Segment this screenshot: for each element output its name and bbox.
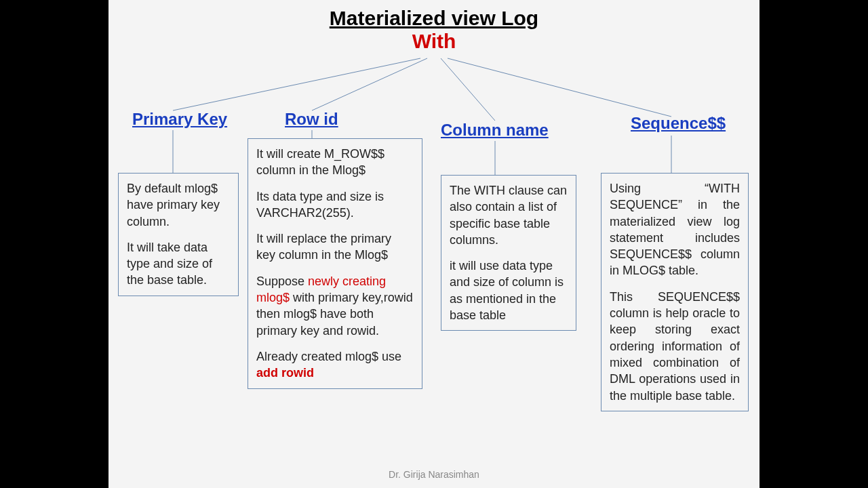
- rowid-p2: Its data type and size is VARCHAR2(255).: [256, 188, 414, 222]
- svg-line-1: [312, 58, 427, 110]
- col-p2: it will use data type and size of column…: [450, 258, 568, 323]
- pk-p1: By default mlog$ have primary key column…: [127, 180, 230, 230]
- rowid-p4: Suppose newly creating mlog$ with primar…: [256, 273, 414, 339]
- box-primary-key: By default mlog$ have primary key column…: [118, 173, 239, 296]
- heading-primary-key: Primary Key: [132, 110, 227, 129]
- heading-row-id: Row id: [285, 110, 338, 129]
- rowid-p3: It will replace the primary key column i…: [256, 230, 414, 264]
- box-column-name: The WITH clause can also contain a list …: [441, 175, 576, 331]
- slide-title: Materialized view Log: [108, 7, 760, 30]
- box-sequence: Using “WITH SEQUENCE” in the materialize…: [601, 173, 749, 411]
- box-row-id: It will create M_ROW$$ column in the Mlo…: [248, 138, 422, 389]
- svg-line-2: [441, 58, 495, 121]
- svg-line-0: [173, 58, 420, 110]
- seq-p2: This SEQUENCE$$ column is help oracle to…: [610, 289, 740, 404]
- slide-area: Materialized view Log With Primary Key R…: [108, 0, 760, 488]
- heading-column-name: Column name: [441, 121, 549, 140]
- rowid-p1: It will create M_ROW$$ column in the Mlo…: [256, 146, 414, 179]
- footer-credit: Dr. Girija Narasimhan: [108, 469, 760, 480]
- col-p1: The WITH clause can also contain a list …: [450, 182, 568, 248]
- rowid-p5: Already created mlog$ use add rowid: [256, 348, 414, 382]
- with-keyword: With: [108, 30, 760, 53]
- heading-sequence: Sequence$$: [631, 114, 726, 133]
- svg-line-3: [448, 58, 671, 117]
- seq-p1: Using “WITH SEQUENCE” in the materialize…: [610, 180, 740, 279]
- pk-p2: It will take data type and size of the b…: [127, 239, 230, 289]
